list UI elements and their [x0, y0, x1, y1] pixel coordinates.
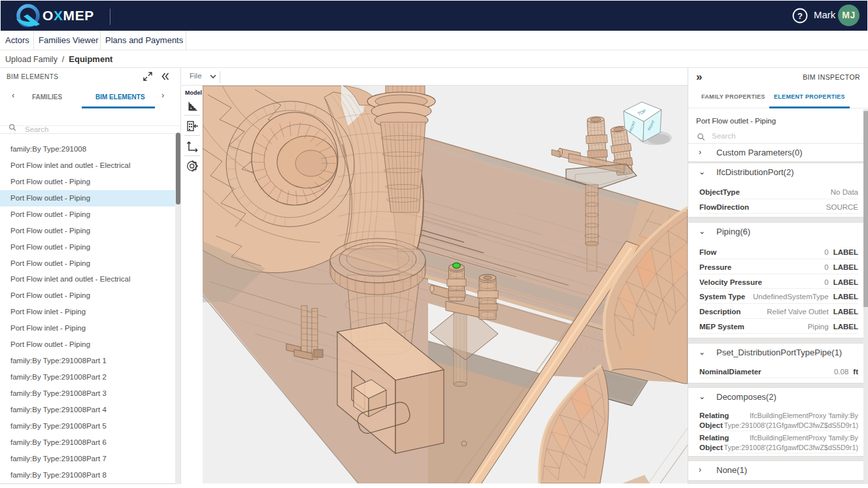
- svg-text:?: ?: [797, 11, 803, 21]
